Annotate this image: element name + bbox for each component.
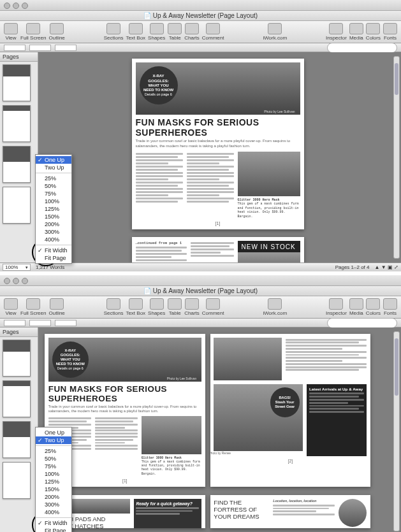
iwork-button[interactable]: iWork.com <box>263 23 287 41</box>
document-canvas[interactable]: X-RAY GOGGLES: WHAT YOU NEED TO KNOWDeta… <box>38 327 401 532</box>
menu-item-300[interactable]: 300% <box>36 501 71 508</box>
shapes-button[interactable]: Shapes <box>148 298 165 316</box>
globe-image <box>339 499 367 527</box>
size-select[interactable] <box>55 320 77 326</box>
menu-item-150[interactable]: 150% <box>36 485 71 493</box>
menu-item-25[interactable]: 25% <box>36 447 71 455</box>
inspector-button[interactable]: Inspector <box>326 298 347 316</box>
menu-item-two-up[interactable]: Two Up <box>36 164 71 171</box>
page-range: Pages 1–2 of 4 <box>335 264 370 270</box>
media-button[interactable]: Media <box>349 298 363 316</box>
menu-item-200[interactable]: 200% <box>36 220 71 228</box>
menu-item-50[interactable]: 50% <box>36 455 71 463</box>
view-button[interactable]: View <box>4 298 18 316</box>
charts-button[interactable]: Charts <box>184 23 200 41</box>
search-input[interactable] <box>327 43 397 53</box>
charts-button[interactable]: Charts <box>184 298 200 316</box>
menu-item-two-up[interactable]: Two Up <box>36 436 71 444</box>
vertical-scrollbar[interactable] <box>393 56 400 259</box>
zoom-icon[interactable] <box>22 278 28 284</box>
headline: FUN MASKS FOR SERIOUS SUPERHEROES <box>48 384 201 403</box>
product-image <box>142 416 201 454</box>
document-canvas[interactable]: X-RAY GOGGLES: WHAT YOU NEED TO KNOWDeta… <box>38 52 401 262</box>
page-thumbnail[interactable]: 2 <box>3 380 31 417</box>
fonts-button[interactable]: Fonts <box>383 23 397 41</box>
photo-credit: Photo by Lee Sullivan <box>264 110 295 113</box>
textbox-button[interactable]: Text Box <box>126 23 145 41</box>
page-thumbnail[interactable]: 1 <box>3 64 31 101</box>
toolbar: View Full Screen Outline Sections Text B… <box>0 296 401 319</box>
menu-item-300[interactable]: 300% <box>36 228 71 236</box>
menu-item-25[interactable]: 25% <box>36 175 71 182</box>
font-select[interactable] <box>29 320 51 326</box>
menu-item-one-up[interactable]: One Up <box>36 156 71 164</box>
menu-item-fit-width[interactable]: Fit Width <box>36 247 71 254</box>
outline-button[interactable]: Outline <box>48 298 64 316</box>
style-select[interactable] <box>4 45 26 51</box>
menu-item-400[interactable]: 400% <box>36 508 71 516</box>
fullscreen-button[interactable]: Full Screen <box>20 23 46 41</box>
close-icon[interactable] <box>4 278 10 284</box>
menu-item-400[interactable]: 400% <box>36 236 71 243</box>
table-button[interactable]: Table <box>168 298 182 316</box>
status-bar: 100% 1,217 Words Pages 1–2 of 4 ▲ ▼ ▣ ⤢ <box>0 262 401 271</box>
menu-item-150[interactable]: 150% <box>36 213 71 220</box>
search-input[interactable] <box>327 318 397 328</box>
minimize-icon[interactable] <box>13 3 19 9</box>
zoom-menu[interactable]: One Up Two Up 25% 50% 75% 100% 125% 150%… <box>35 427 72 532</box>
page-thumbnail[interactable]: 4 <box>3 187 31 224</box>
sidebar-header: Pages <box>0 52 38 62</box>
font-select[interactable] <box>29 45 51 51</box>
format-bar <box>0 319 401 327</box>
comment-button[interactable]: Comment <box>202 298 224 316</box>
pages-sidebar: Pages 1 2 3 4 <box>0 52 38 262</box>
close-icon[interactable] <box>4 3 10 9</box>
menu-item-75[interactable]: 75% <box>36 463 71 470</box>
page-thumbnail[interactable]: 3 <box>3 146 31 183</box>
zoom-icon[interactable] <box>22 3 28 9</box>
menu-item-100[interactable]: 100% <box>36 198 71 205</box>
textbox-button[interactable]: Text Box <box>126 298 145 316</box>
table-button[interactable]: Table <box>168 23 182 41</box>
size-select[interactable] <box>55 45 77 51</box>
menu-item-100[interactable]: 100% <box>36 470 71 478</box>
page-thumbnail[interactable]: 2 <box>3 105 31 142</box>
menu-item-fit-width[interactable]: Fit Width <box>36 519 71 527</box>
menu-item-200[interactable]: 200% <box>36 493 71 501</box>
zoom-menu[interactable]: One Up Two Up 25% 50% 75% 100% 125% 150%… <box>35 154 72 264</box>
menu-item-one-up[interactable]: One Up <box>36 429 71 436</box>
vertical-scrollbar[interactable] <box>393 331 400 531</box>
page-thumbnail[interactable]: 1 <box>3 340 31 377</box>
page-number: [2] <box>214 459 367 463</box>
window-controls <box>0 275 401 286</box>
menu-item-125[interactable]: 125% <box>36 205 71 213</box>
article-image <box>214 338 281 380</box>
fullscreen-button[interactable]: Full Screen <box>20 298 46 316</box>
sections-button[interactable]: Sections <box>104 298 124 316</box>
view-button[interactable]: View <box>4 23 18 41</box>
document-page-2: BAGS! Stash Your Street Gear Photo by Re… <box>210 334 371 487</box>
shapes-button[interactable]: Shapes <box>148 23 165 41</box>
new-in-stock-banner: NEW IN STOCK <box>238 241 300 252</box>
window-title: 📄 Up & Away Newsletter (Page Layout) <box>0 11 401 21</box>
page-thumbnail[interactable]: 3 <box>3 421 31 458</box>
minimize-icon[interactable] <box>13 278 19 284</box>
colors-button[interactable]: Colors <box>366 23 381 41</box>
menu-item-125[interactable]: 125% <box>36 478 71 485</box>
comment-button[interactable]: Comment <box>202 23 224 41</box>
media-button[interactable]: Media <box>349 23 363 41</box>
sections-button[interactable]: Sections <box>104 23 124 41</box>
page-thumbnail[interactable]: 4 <box>3 462 31 499</box>
zoom-select[interactable]: 100% <box>3 264 31 271</box>
menu-item-50[interactable]: 50% <box>36 182 71 190</box>
style-select[interactable] <box>4 320 26 326</box>
menu-item-fit-page[interactable]: Fit Page <box>36 254 71 262</box>
iwork-button[interactable]: iWork.com <box>263 298 287 316</box>
menu-item-75[interactable]: 75% <box>36 190 71 198</box>
menu-item-fit-page[interactable]: Fit Page <box>36 527 71 532</box>
inspector-button[interactable]: Inspector <box>326 23 347 41</box>
window-controls <box>0 0 401 11</box>
fonts-button[interactable]: Fonts <box>383 298 397 316</box>
outline-button[interactable]: Outline <box>48 23 64 41</box>
colors-button[interactable]: Colors <box>366 298 381 316</box>
